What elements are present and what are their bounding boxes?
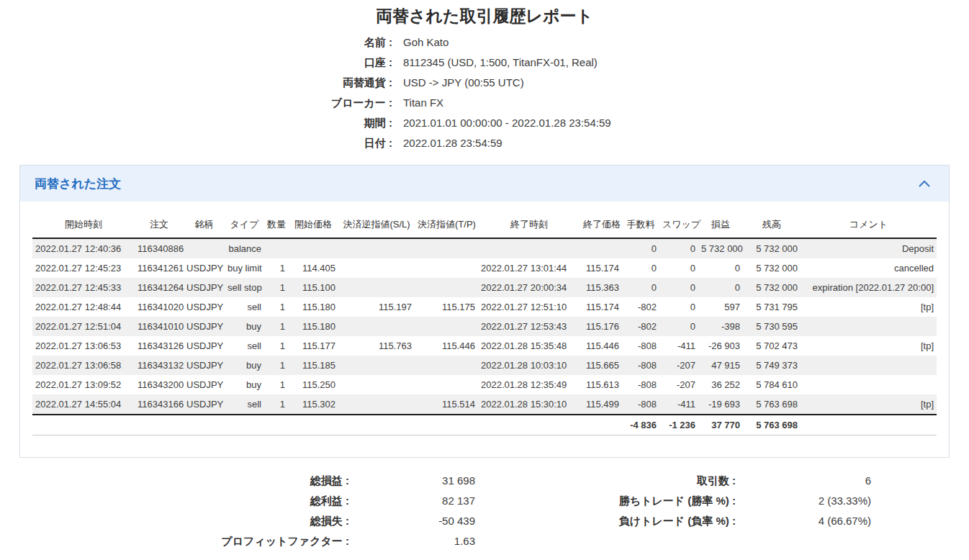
table-cell: 115.446 (580, 336, 622, 356)
table-row: 2022.01.27 12:48:44116341020USDJPYsell11… (32, 297, 937, 317)
table-cell: 2022.01.27 13:06:53 (32, 336, 135, 356)
table-cell: [tp] (801, 394, 937, 415)
table-cell (415, 356, 478, 375)
table-row: 2022.01.27 12:45:33116341264USDJPYsell s… (32, 278, 937, 297)
table-cell: cancelled (801, 258, 937, 278)
table-row: 2022.01.27 14:55:04116343166USDJPYsell11… (32, 394, 937, 415)
table-cell: 0 (659, 297, 698, 317)
table-row: 2022.01.27 13:06:53116343126USDJPYsell11… (32, 336, 937, 356)
table-cell: 2022.01.27 12:53:43 (478, 317, 580, 336)
column-header: 損益 (698, 212, 743, 238)
table-cell: 115.613 (580, 375, 622, 394)
table-cell: 1 (264, 258, 288, 278)
table-cell: -398 (698, 317, 743, 336)
panel-title: 両替された注文 (35, 176, 121, 192)
table-cell: 115.302 (288, 394, 338, 415)
summary-section: 総損益 : 31 698 取引数 : 6 総利益 : 82 137 勝ちトレード… (0, 471, 969, 551)
summary-label-gross-profit: 総利益 : (0, 491, 349, 511)
table-cell: 0 (659, 258, 698, 278)
column-header: スワップ (659, 212, 698, 238)
summary-label-winning-trades: 勝ちトレード (勝率 %) : (475, 491, 736, 511)
column-header: 銘柄 (184, 212, 225, 238)
table-cell: 2022.01.28 10:03:10 (478, 356, 580, 375)
table-cell: USDJPY (184, 394, 225, 415)
info-value-name: Goh Kato (392, 32, 969, 53)
table-cell: sell (225, 297, 264, 317)
summary-label-total-net-profit: 総損益 : (0, 471, 349, 491)
table-cell: 5 702 473 (743, 336, 801, 356)
column-header: 数量 (264, 212, 288, 238)
table-cell (478, 238, 580, 258)
table-cell (415, 317, 478, 336)
info-label-date: 日付 : (0, 133, 392, 153)
table-cell: 0 (622, 238, 659, 258)
converted-orders-panel-header[interactable]: 両替された注文 (20, 166, 949, 202)
table-cell: 1 (264, 375, 288, 394)
table-cell: 115.665 (580, 356, 622, 375)
table-cell: 36 252 (698, 375, 743, 394)
summary-label-gross-loss: 総損失 : (0, 511, 349, 531)
table-cell: 2022.01.27 12:45:33 (32, 278, 135, 297)
info-value-account: 8112345 (USD, 1:500, TitanFX-01, Real) (392, 53, 969, 73)
orders-table-wrap: 開始時刻注文銘柄タイプ数量開始価格決済逆指値(S/L)決済指値(T/P)終了時刻… (20, 202, 949, 457)
table-cell: 116341020 (135, 297, 184, 317)
table-row: 2022.01.27 12:45:23116341261USDJPYbuy li… (32, 258, 937, 278)
table-cell: -802 (622, 317, 659, 336)
account-info: 名前 : Goh Kato 口座 : 8112345 (USD, 1:500, … (0, 32, 969, 153)
info-value-conversion-currency: USD -> JPY (00:55 UTC) (392, 73, 969, 93)
table-cell: -411 (659, 336, 698, 356)
table-cell: 5 784 610 (743, 375, 801, 394)
table-cell: 115.446 (415, 336, 478, 356)
total-balance: 5 763 698 (743, 415, 801, 435)
info-label-conversion-currency: 両替通貨 : (0, 73, 392, 93)
column-header: 注文 (135, 212, 184, 238)
table-cell: -411 (659, 394, 698, 415)
table-cell: 115.180 (288, 317, 338, 336)
table-cell: 116343200 (135, 375, 184, 394)
converted-orders-panel: 両替された注文 開始時刻注文銘柄タイプ数量開始価格決済逆指値(S/L)決済指値(… (19, 165, 950, 458)
table-cell (338, 375, 415, 394)
table-cell: 116343166 (135, 394, 184, 415)
column-header: 開始価格 (288, 212, 338, 238)
table-cell: expiration [2022.01.27 20:00] (801, 278, 937, 297)
total-profit: 37 770 (698, 415, 743, 435)
table-cell (338, 278, 415, 297)
table-cell: buy (225, 317, 264, 336)
table-cell: buy limit (225, 258, 264, 278)
table-cell: USDJPY (184, 317, 225, 336)
info-label-broker: ブローカー : (0, 93, 392, 113)
table-cell: 1 (264, 297, 288, 317)
table-cell: 47 915 (698, 356, 743, 375)
table-cell: -802 (622, 297, 659, 317)
table-cell: -808 (622, 336, 659, 356)
column-header: 決済逆指値(S/L) (338, 212, 415, 238)
table-cell: 2022.01.28 12:35:49 (478, 375, 580, 394)
table-cell (801, 375, 937, 394)
info-value-period: 2021.01.01 00:00:00 - 2022.01.28 23:54:5… (392, 113, 969, 133)
table-cell: 116340886 (135, 238, 184, 258)
table-cell: -19 693 (698, 394, 743, 415)
table-cell: 115.174 (580, 297, 622, 317)
column-header: タイプ (225, 212, 264, 238)
table-cell: 115.185 (288, 356, 338, 375)
table-cell (338, 317, 415, 336)
table-cell: -26 903 (698, 336, 743, 356)
table-cell (415, 375, 478, 394)
table-cell: 1 (264, 278, 288, 297)
table-cell: buy (225, 356, 264, 375)
summary-label-trade-count: 取引数 : (475, 471, 736, 491)
table-cell: sell stop (225, 278, 264, 297)
table-cell: 115.197 (338, 297, 415, 317)
table-cell (415, 258, 478, 278)
table-cell (184, 238, 225, 258)
table-cell: 2022.01.27 12:51:10 (478, 297, 580, 317)
table-cell: [tp] (801, 297, 937, 317)
chevron-up-icon[interactable] (918, 180, 931, 188)
table-cell: 115.177 (288, 336, 338, 356)
table-cell: 0 (698, 258, 743, 278)
summary-value-winning-trades: 2 (33.33%) (736, 491, 871, 511)
table-cell: 2022.01.28 15:35:48 (478, 336, 580, 356)
summary-value-trade-count: 6 (736, 471, 871, 491)
summary-value-gross-loss: -50 439 (349, 511, 475, 531)
table-cell: 2022.01.27 14:55:04 (32, 394, 135, 415)
